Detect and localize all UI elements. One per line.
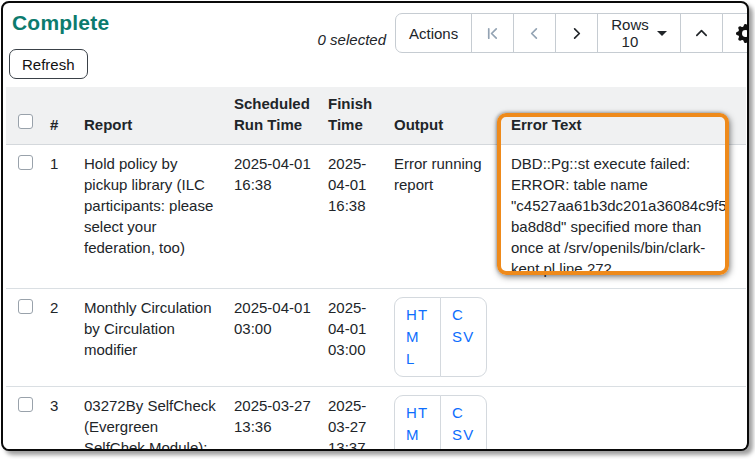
prev-page-button[interactable] <box>513 13 556 53</box>
row-number: 3 <box>44 387 78 452</box>
table-header-row: # Report Scheduled Run Time Finish Time … <box>6 87 746 145</box>
row-number: 1 <box>44 145 78 289</box>
finish-time: 2025-04-01 16:38 <box>322 145 388 289</box>
select-all-checkbox[interactable] <box>18 114 33 129</box>
finish-time: 2025-03-27 13:37 <box>322 387 388 452</box>
select-row-checkbox[interactable] <box>18 397 33 412</box>
column-header-error[interactable]: Error Text <box>502 87 746 145</box>
chevron-left-icon <box>527 26 542 41</box>
chevron-up-icon <box>694 26 709 41</box>
reports-complete-panel: Complete 0 selected Actions Rows 10 <box>1 1 749 451</box>
error-text: DBD::Pg::st execute failed: ERROR: table… <box>502 145 746 289</box>
grid-toolbar: Actions Rows 10 <box>395 13 749 53</box>
scheduled-run-time: 2025-03-27 13:36 <box>228 387 322 452</box>
report-name: Hold policy by pickup library (ILC parti… <box>78 145 228 289</box>
first-page-icon <box>485 26 500 41</box>
completed-reports-table: # Report Scheduled Run Time Finish Time … <box>6 87 746 451</box>
row-number: 2 <box>44 289 78 387</box>
collapse-grid-button[interactable] <box>680 13 723 53</box>
column-header-scheduled[interactable]: Scheduled Run Time <box>228 87 322 145</box>
page-title: Complete <box>12 11 109 35</box>
report-name: 03272By SelfCheck (Evergreen SelfChek Mo… <box>78 387 228 452</box>
rows-per-page-dropdown[interactable]: Rows 10 <box>597 13 681 53</box>
finish-time: 2025-04-01 03:00 <box>322 289 388 387</box>
actions-button[interactable]: Actions <box>395 13 472 53</box>
column-header-report[interactable]: Report <box>78 87 228 145</box>
error-text <box>502 387 746 452</box>
scheduled-run-time: 2025-04-01 16:38 <box>228 145 322 289</box>
grid-settings-button[interactable] <box>722 13 749 53</box>
chevron-right-icon <box>569 26 584 41</box>
table-row: 3 03272By SelfCheck (Evergreen SelfChek … <box>6 387 746 452</box>
selected-count-status: 0 selected <box>271 31 386 48</box>
output-button-group: HTML CSV <box>394 395 487 451</box>
first-page-button[interactable] <box>471 13 514 53</box>
html-output-link[interactable]: HTML <box>394 395 441 451</box>
refresh-button[interactable]: Refresh <box>9 49 88 79</box>
actions-button-label: Actions <box>409 25 458 42</box>
output-status: Error running report <box>388 145 502 289</box>
column-header-output[interactable]: Output <box>388 87 502 145</box>
csv-output-link[interactable]: CSV <box>440 297 487 377</box>
rows-per-page-label: Rows 10 <box>611 16 649 50</box>
next-page-button[interactable] <box>555 13 598 53</box>
table-row: 2 Monthly Circulation by Circulation mod… <box>6 289 746 387</box>
html-output-link[interactable]: HTML <box>394 297 441 377</box>
output-button-group: HTML CSV <box>394 297 487 377</box>
gear-icon <box>736 24 749 43</box>
select-row-checkbox[interactable] <box>18 155 33 170</box>
csv-output-link[interactable]: CSV <box>440 395 487 451</box>
column-header-finish[interactable]: Finish Time <box>322 87 388 145</box>
error-text <box>502 289 746 387</box>
column-header-num[interactable]: # <box>44 87 78 145</box>
select-row-checkbox[interactable] <box>18 299 33 314</box>
scheduled-run-time: 2025-04-01 03:00 <box>228 289 322 387</box>
report-name: Monthly Circulation by Circulation modif… <box>78 289 228 387</box>
table-row: 1 Hold policy by pickup library (ILC par… <box>6 145 746 289</box>
caret-down-icon <box>657 31 667 36</box>
